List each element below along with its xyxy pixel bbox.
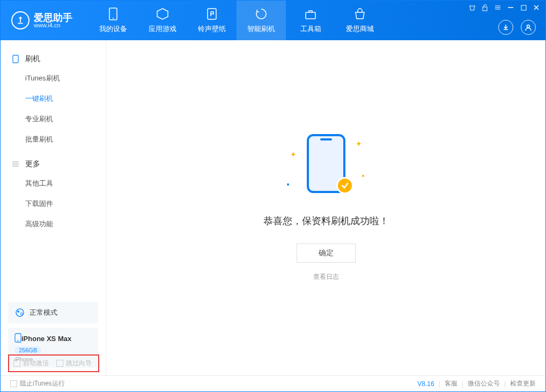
download-button[interactable] [498,20,513,35]
tools-icon [304,7,318,21]
tab-device[interactable]: 我的设备 [88,1,138,40]
svg-rect-4 [306,12,315,19]
lock-icon[interactable] [481,4,489,11]
svg-rect-0 [18,23,23,24]
user-button[interactable] [521,20,536,35]
device-capacity: 256GB [14,346,41,354]
skip-wizard-option[interactable]: 跳过向导 [56,359,92,368]
view-log-link[interactable]: 查看日志 [313,272,339,282]
main-content: ✦ ✦ 恭喜您，保资料刷机成功啦！ 确定 查看日志 [106,40,545,375]
phone-icon [11,55,20,63]
sparkle-icon: ✦ [290,150,297,159]
maximize-button[interactable] [520,4,527,11]
tab-ringtone[interactable]: 铃声壁纸 [187,1,237,40]
device-icon [106,7,120,21]
svg-rect-7 [521,5,526,10]
store-icon [353,7,367,21]
shirt-icon[interactable] [468,4,476,11]
sidebar-item-oneclick[interactable]: 一键刷机 [1,88,106,109]
svg-point-13 [18,340,19,341]
footer: 阻止iTunes运行 V8.16 | 客服 | 微信公众号 | 检查更新 [1,375,545,391]
ringtone-icon [205,7,219,21]
svg-point-9 [16,309,24,316]
mode-icon [14,307,25,318]
checkbox-icon [13,360,20,367]
sidebar-item-download[interactable]: 下载固件 [1,194,106,214]
block-itunes-option[interactable]: 阻止iTunes运行 [10,379,65,388]
mode-box[interactable]: 正常模式 [8,302,98,323]
logo-icon [11,11,29,29]
svg-rect-8 [13,55,18,63]
checkbox-icon [10,380,17,387]
sidebar-item-pro[interactable]: 专业刷机 [1,109,106,129]
nav-tabs: 我的设备 应用游戏 铃声壁纸 智能刷机 工具箱 爱思商城 [88,1,385,40]
options-highlight: 自动激活 跳过向导 [8,354,99,372]
customer-service-link[interactable]: 客服 [445,379,458,388]
checkmark-icon [336,177,353,194]
svg-point-10 [17,310,19,313]
sidebar-item-advanced[interactable]: 高级功能 [1,214,106,234]
sidebar-item-other[interactable]: 其他工具 [1,173,106,194]
sidebar-item-itunes[interactable]: iTunes刷机 [1,68,106,88]
sidebar-section-more: 更多 [1,155,106,173]
ok-button[interactable]: 确定 [297,243,356,263]
tab-flash[interactable]: 智能刷机 [237,1,286,40]
wechat-link[interactable]: 微信公众号 [468,379,500,388]
checkbox-icon [56,360,63,367]
dot-icon [362,175,364,177]
app-logo: 爱思助手 www.i4.cn [11,11,72,29]
svg-point-11 [20,313,23,315]
tab-store[interactable]: 爱思商城 [335,1,385,40]
tab-apps[interactable]: 应用游戏 [138,1,187,40]
check-update-link[interactable]: 检查更新 [510,379,536,388]
apps-icon [156,7,169,21]
success-message: 恭喜您，保资料刷机成功啦！ [263,215,389,227]
app-url: www.i4.cn [34,23,72,28]
dot-icon [287,183,289,186]
sidebar: 刷机 iTunes刷机 一键刷机 专业刷机 批量刷机 更多 其他工具 下载固件 … [1,40,106,375]
close-button[interactable] [533,4,540,11]
svg-point-5 [527,25,530,28]
success-illustration: ✦ ✦ [286,134,366,198]
device-icon [14,333,21,344]
svg-point-2 [113,18,114,19]
flash-icon [254,7,268,21]
list-icon [11,160,20,168]
minimize-button[interactable] [507,4,514,11]
device-name: iPhone XS Max [21,335,71,343]
svg-rect-6 [483,7,487,11]
auto-activate-option[interactable]: 自动激活 [13,359,49,368]
app-header: 爱思助手 www.i4.cn 我的设备 应用游戏 铃声壁纸 智能刷机 工具箱 爱… [1,1,545,40]
header-right [498,20,536,35]
sparkle-icon: ✦ [356,139,362,148]
app-name: 爱思助手 [34,13,72,23]
version-label: V8.16 [417,380,434,388]
sidebar-section-flash: 刷机 [1,50,106,68]
window-controls [468,4,540,11]
menu-icon[interactable] [494,4,501,11]
tab-tools[interactable]: 工具箱 [286,1,335,40]
sidebar-item-batch[interactable]: 批量刷机 [1,129,106,150]
